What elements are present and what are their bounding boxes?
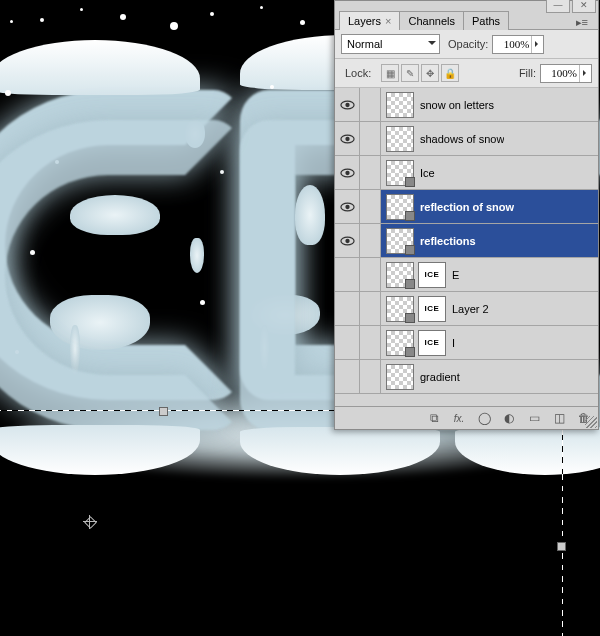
panel-menu-button[interactable]: ▸≡ (570, 16, 594, 29)
link-cell[interactable] (360, 292, 381, 325)
tab-paths[interactable]: Paths (463, 11, 509, 30)
layer-thumbnail[interactable] (386, 126, 414, 152)
lock-image-icon[interactable]: ✎ (401, 64, 419, 82)
layer-mask-thumbnail[interactable]: ICE (418, 262, 446, 288)
lock-fill-row: Lock: ▦ ✎ ✥ 🔒 Fill: (335, 59, 598, 88)
layer-row[interactable]: Ice (335, 156, 598, 190)
link-cell[interactable] (360, 360, 381, 393)
layer-name[interactable]: E (446, 269, 459, 281)
layer-row[interactable]: reflection of snow (335, 190, 598, 224)
layer-name[interactable]: shadows of snow (414, 133, 504, 145)
visibility-toggle[interactable] (335, 156, 360, 189)
svg-point-7 (345, 204, 349, 208)
link-cell[interactable] (360, 224, 381, 257)
link-layers-icon[interactable]: ⧉ (426, 410, 442, 426)
layer-thumbnail[interactable] (386, 160, 414, 186)
layer-thumbnail[interactable] (386, 330, 414, 356)
layer-thumbnail[interactable] (386, 296, 414, 322)
transform-center[interactable] (83, 515, 97, 529)
layer-name[interactable]: reflection of snow (414, 201, 514, 213)
blend-mode-select[interactable]: Normal (341, 34, 440, 54)
visibility-toggle[interactable] (335, 360, 360, 393)
lock-all-icon[interactable]: 🔒 (441, 64, 459, 82)
panel-minimize-button[interactable]: — (546, 0, 570, 13)
layer-name[interactable]: Layer 2 (446, 303, 489, 315)
layer-name[interactable]: I (446, 337, 455, 349)
visibility-toggle[interactable] (335, 122, 360, 155)
layer-thumbnail[interactable] (386, 194, 414, 220)
layer-row[interactable]: ICELayer 2 (335, 292, 598, 326)
visibility-toggle[interactable] (335, 326, 360, 359)
layer-thumbnail[interactable] (386, 262, 414, 288)
layer-row[interactable]: snow on letters (335, 88, 598, 122)
svg-point-5 (345, 170, 349, 174)
svg-point-9 (345, 238, 349, 242)
panel-footer: ⧉ fx. ◯ ◐ ▭ ◫ 🗑 (335, 406, 598, 429)
lock-transparent-icon[interactable]: ▦ (381, 64, 399, 82)
visibility-toggle[interactable] (335, 190, 360, 223)
layer-row[interactable]: shadows of snow (335, 122, 598, 156)
layer-name[interactable]: gradient (414, 371, 460, 383)
opacity-input[interactable] (492, 35, 544, 54)
panel-close-button[interactable]: ✕ (572, 0, 596, 13)
adjustment-layer-icon[interactable]: ◐ (501, 410, 517, 426)
link-cell[interactable] (360, 258, 381, 291)
layer-stack: snow on lettersshadows of snowIcereflect… (335, 88, 598, 406)
layer-name[interactable]: snow on letters (414, 99, 494, 111)
layer-mask-thumbnail[interactable]: ICE (418, 296, 446, 322)
link-cell[interactable] (360, 190, 381, 223)
svg-point-3 (345, 136, 349, 140)
fill-input[interactable] (540, 64, 592, 83)
link-cell[interactable] (360, 156, 381, 189)
lock-position-icon[interactable]: ✥ (421, 64, 439, 82)
close-icon[interactable]: × (385, 15, 391, 27)
layer-mask-thumbnail[interactable]: ICE (418, 330, 446, 356)
panel-resize-grip[interactable] (585, 416, 597, 428)
opacity-label: Opacity: (448, 38, 488, 50)
layer-row[interactable]: ICEI (335, 326, 598, 360)
layer-row[interactable]: reflections (335, 224, 598, 258)
layer-fx-icon[interactable]: fx. (451, 410, 467, 426)
layer-group-icon[interactable]: ▭ (526, 410, 542, 426)
layer-thumbnail[interactable] (386, 364, 414, 390)
layer-thumbnail[interactable] (386, 92, 414, 118)
layer-name[interactable]: reflections (414, 235, 476, 247)
layer-mask-icon[interactable]: ◯ (476, 410, 492, 426)
fill-label: Fill: (519, 67, 536, 79)
visibility-toggle[interactable] (335, 224, 360, 257)
link-cell[interactable] (360, 326, 381, 359)
link-cell[interactable] (360, 88, 381, 121)
blend-opacity-row: Normal Opacity: (335, 30, 598, 59)
visibility-toggle[interactable] (335, 258, 360, 291)
layers-panel: — ✕ Layers× Channels Paths ▸≡ Normal Opa… (334, 0, 599, 430)
layer-row[interactable]: gradient (335, 360, 598, 394)
tab-layers[interactable]: Layers× (339, 11, 400, 30)
link-cell[interactable] (360, 122, 381, 155)
lock-label: Lock: (345, 67, 371, 79)
layer-name[interactable]: Ice (414, 167, 435, 179)
layer-row[interactable]: ICEE (335, 258, 598, 292)
tab-channels[interactable]: Channels (399, 11, 463, 30)
layer-thumbnail[interactable] (386, 228, 414, 254)
svg-point-1 (345, 102, 349, 106)
visibility-toggle[interactable] (335, 88, 360, 121)
visibility-toggle[interactable] (335, 292, 360, 325)
new-layer-icon[interactable]: ◫ (551, 410, 567, 426)
